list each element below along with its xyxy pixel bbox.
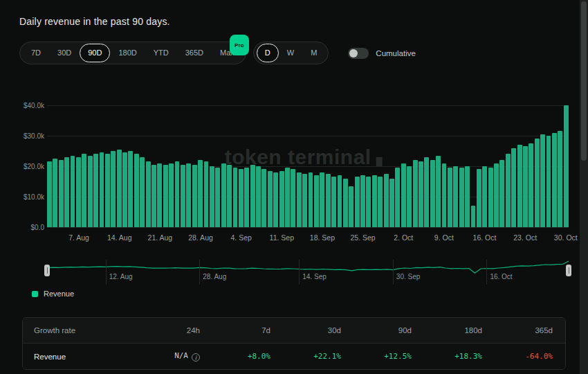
navigator-handle-right[interactable] [566, 265, 571, 276]
revenue-bar[interactable] [151, 165, 156, 227]
range-button-180d[interactable]: 180D [110, 44, 145, 62]
revenue-bar[interactable] [128, 151, 133, 227]
revenue-bar[interactable] [256, 166, 261, 227]
revenue-bar[interactable] [482, 166, 487, 227]
revenue-bar[interactable] [279, 171, 284, 227]
revenue-bar[interactable] [273, 172, 278, 227]
revenue-bar[interactable] [93, 154, 98, 227]
revenue-bar[interactable] [198, 160, 203, 227]
revenue-bar[interactable] [122, 152, 127, 227]
revenue-bar[interactable] [291, 169, 295, 227]
revenue-bar[interactable] [535, 139, 540, 227]
revenue-bar[interactable] [134, 154, 139, 227]
granularity-button-month[interactable]: M [302, 44, 325, 62]
revenue-bar[interactable] [564, 105, 569, 227]
revenue-bar[interactable] [261, 169, 266, 227]
revenue-bar[interactable] [111, 151, 116, 227]
revenue-bar[interactable] [157, 163, 162, 227]
revenue-bar[interactable] [459, 168, 464, 227]
revenue-bar[interactable] [488, 168, 493, 227]
range-button-max[interactable]: Max Pro [212, 44, 243, 62]
revenue-bar[interactable] [210, 166, 214, 227]
revenue-bar[interactable] [413, 160, 418, 227]
revenue-bar[interactable] [82, 154, 86, 227]
range-button-7d[interactable]: 7D [23, 44, 49, 62]
revenue-bar[interactable] [314, 175, 319, 227]
revenue-bar[interactable] [244, 168, 249, 227]
revenue-bar[interactable] [285, 168, 290, 227]
revenue-bar[interactable] [389, 179, 394, 227]
revenue-bar[interactable] [355, 177, 360, 227]
scrollbar-thumb[interactable] [581, 1, 587, 161]
revenue-bar[interactable] [47, 161, 52, 227]
revenue-bar[interactable] [540, 134, 545, 227]
revenue-bar[interactable] [117, 150, 122, 227]
revenue-bar[interactable] [268, 171, 273, 227]
revenue-bar[interactable] [59, 160, 64, 227]
revenue-bar[interactable] [181, 165, 185, 227]
revenue-bar[interactable] [511, 148, 516, 227]
revenue-bar[interactable] [384, 174, 389, 227]
revenue-bar[interactable] [64, 157, 69, 227]
revenue-bar[interactable] [430, 160, 435, 227]
revenue-bar[interactable] [395, 168, 400, 227]
revenue-bar[interactable] [419, 161, 423, 227]
revenue-bar[interactable] [366, 177, 371, 227]
revenue-bar[interactable] [239, 169, 244, 227]
range-button-ytd[interactable]: YTD [145, 44, 177, 62]
revenue-bar[interactable] [71, 156, 75, 227]
revenue-bar[interactable] [331, 177, 336, 227]
info-icon[interactable]: i [192, 353, 200, 362]
revenue-bar[interactable] [523, 146, 528, 227]
cumulative-toggle[interactable] [348, 48, 369, 59]
revenue-bar[interactable] [163, 165, 168, 227]
revenue-bar[interactable] [529, 143, 533, 227]
revenue-bar[interactable] [169, 163, 174, 227]
revenue-bar[interactable] [221, 163, 226, 227]
revenue-bar[interactable] [494, 163, 499, 227]
revenue-bar[interactable] [326, 174, 331, 227]
chart-navigator[interactable]: 12. Aug28. Aug14. Sep30. Sep16. Oct [47, 260, 569, 285]
revenue-bar[interactable] [558, 131, 562, 227]
revenue-bar[interactable] [552, 133, 557, 227]
revenue-bar[interactable] [517, 145, 522, 227]
revenue-bar[interactable] [506, 154, 511, 227]
revenue-bar[interactable] [105, 154, 110, 227]
revenue-bar[interactable] [442, 163, 447, 227]
revenue-bar[interactable] [215, 168, 220, 227]
revenue-bar[interactable] [424, 157, 429, 227]
revenue-bar[interactable] [372, 175, 377, 227]
legend-label-revenue[interactable]: Revenue [44, 290, 74, 298]
revenue-bar[interactable] [227, 165, 232, 227]
revenue-bar[interactable] [436, 156, 441, 227]
revenue-bar[interactable] [76, 157, 81, 227]
revenue-bar[interactable] [88, 156, 93, 227]
revenue-bar[interactable] [499, 160, 504, 227]
revenue-bar[interactable] [448, 168, 452, 227]
range-button-90d[interactable]: 90D [80, 44, 110, 62]
revenue-bar[interactable] [302, 174, 307, 227]
revenue-bar[interactable] [378, 177, 383, 227]
revenue-bar[interactable] [471, 206, 476, 227]
navigator-handle-left[interactable] [44, 265, 50, 276]
revenue-bar[interactable] [320, 172, 324, 227]
revenue-bar[interactable] [186, 163, 191, 227]
revenue-bar[interactable] [140, 157, 145, 227]
revenue-bar[interactable] [343, 179, 348, 227]
revenue-bar[interactable] [297, 172, 302, 227]
range-button-30d[interactable]: 30D [49, 44, 80, 62]
scrollbar[interactable] [580, 0, 588, 374]
revenue-bar[interactable] [100, 152, 104, 227]
granularity-button-week[interactable]: W [279, 44, 302, 62]
revenue-bar[interactable] [309, 172, 313, 227]
revenue-bar[interactable] [546, 136, 551, 227]
revenue-bar[interactable] [338, 175, 342, 227]
revenue-bar[interactable] [349, 186, 353, 227]
range-button-365d[interactable]: 365D [177, 44, 212, 62]
revenue-bar[interactable] [53, 159, 57, 227]
revenue-bar[interactable] [192, 165, 197, 227]
revenue-bar[interactable] [407, 166, 412, 227]
revenue-bar[interactable] [453, 166, 458, 227]
revenue-bar[interactable] [477, 169, 481, 227]
granularity-button-day[interactable]: D [257, 44, 279, 62]
